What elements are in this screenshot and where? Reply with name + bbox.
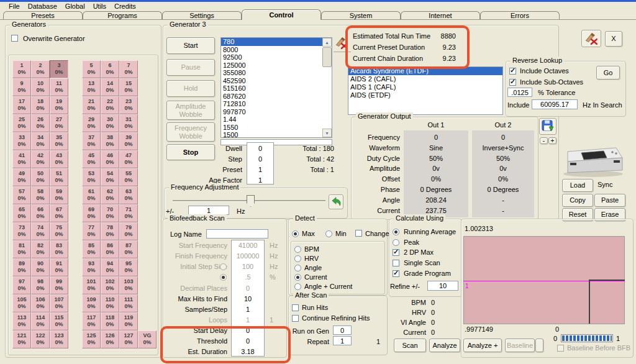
generator-cell-122[interactable]: 1220% — [31, 330, 50, 348]
generator-cell-91[interactable]: 910% — [50, 258, 68, 276]
initial-step-size-radio[interactable] — [220, 263, 227, 270]
calc-radio-peak[interactable] — [393, 239, 399, 246]
tab-errors[interactable]: Errors — [480, 11, 560, 19]
generator-cell-66[interactable]: 660% — [31, 204, 50, 222]
generator-cell-127[interactable]: 1270% — [119, 330, 138, 348]
generator-cell-35[interactable]: 350% — [50, 132, 68, 150]
overwrite-generator-checkbox[interactable] — [11, 35, 18, 42]
log-name-input[interactable] — [206, 229, 268, 239]
generator-cell-114[interactable]: 1140% — [31, 312, 50, 330]
detect-source-radio-hrv[interactable] — [294, 255, 301, 262]
scan-button[interactable]: Scan — [394, 339, 426, 352]
generator-cell-118[interactable]: 1180% — [101, 312, 119, 330]
generator-cell-41[interactable]: 410% — [12, 150, 31, 168]
generator-cell-109[interactable]: 1090% — [82, 294, 101, 312]
generator-cell-14[interactable]: 140% — [101, 78, 119, 96]
frequency-item[interactable]: 997870 — [221, 108, 323, 116]
generator-cell-119[interactable]: 1190% — [119, 312, 138, 330]
load-button[interactable]: Load — [562, 179, 593, 192]
generator-cell-87[interactable]: 870% — [119, 240, 138, 258]
refine-input[interactable]: 10 — [427, 281, 458, 291]
generator-cell-23[interactable]: 230% — [119, 96, 138, 114]
generator-cell-2[interactable]: 20% — [31, 60, 50, 78]
tab-control[interactable]: Control — [242, 9, 321, 20]
adjustment-value-input[interactable]: 1 — [188, 206, 229, 215]
generator-cell-101[interactable]: 1010% — [82, 276, 101, 294]
generator-cell-94[interactable]: 940% — [101, 258, 119, 276]
generator-cell-15[interactable]: 150% — [119, 78, 138, 96]
start-button[interactable]: Start — [166, 37, 215, 54]
frequency-item[interactable]: 780 — [221, 38, 323, 46]
frequency-item[interactable]: 687620 — [221, 93, 323, 101]
generator-cell-71[interactable]: 710% — [119, 204, 138, 222]
frequency-item[interactable]: 1.44 — [221, 116, 323, 124]
generator-cell-42[interactable]: 420% — [31, 150, 50, 168]
analyze-button[interactable]: Analyze — [429, 339, 460, 352]
generator-cell-115[interactable]: 1150% — [50, 312, 68, 330]
tolerance-input[interactable]: .0125 — [507, 88, 532, 97]
initial-step-size-radio[interactable] — [220, 274, 227, 281]
generator-cell-29[interactable]: 290% — [82, 114, 101, 132]
repeat-input[interactable]: 1 — [333, 336, 352, 345]
generator-cell-103[interactable]: 1030% — [119, 276, 138, 294]
generator-cell-VG[interactable]: VG0% — [138, 330, 157, 348]
menu-item-database[interactable]: Database — [28, 2, 57, 10]
calc-checkbox-single-scan[interactable] — [393, 260, 399, 266]
frequency-wobble-button[interactable]: Frequency Wobble — [166, 122, 215, 142]
run-on-gen-input[interactable]: 0 — [333, 325, 352, 335]
detect-source-radio-bpm[interactable] — [294, 246, 301, 253]
generator-cell-77[interactable]: 770% — [82, 222, 101, 240]
generator-cell-98[interactable]: 980% — [31, 276, 50, 294]
generator-cell-113[interactable]: 1130% — [12, 312, 31, 330]
frequency-item[interactable]: 125000 — [221, 61, 323, 70]
generator-cell-69[interactable]: 690% — [82, 204, 101, 222]
frequency-item[interactable]: 8000 — [221, 46, 323, 54]
frequency-item[interactable]: 1550 — [221, 124, 323, 132]
frequency-list-scroll-down[interactable]: ▼ — [322, 129, 332, 137]
generator-cell-99[interactable]: 990% — [50, 276, 68, 294]
calc-checkbox-grade-program[interactable] — [393, 270, 399, 277]
frequency-item[interactable]: 355080 — [221, 69, 323, 77]
frequency-item[interactable]: 712810 — [221, 100, 323, 108]
program-item[interactable]: AIDS 2 (CAFL) — [348, 75, 502, 83]
generator-cell-25[interactable]: 250% — [12, 114, 31, 132]
menu-item-file[interactable]: File — [9, 2, 20, 10]
bfb-row-value[interactable]: 0 — [232, 327, 263, 334]
generator-cell-63[interactable]: 630% — [119, 186, 138, 204]
generator-cell-27[interactable]: 270% — [50, 114, 68, 132]
generator-cell-5[interactable]: 50% — [82, 60, 101, 78]
generator-cell-97[interactable]: 970% — [12, 276, 31, 294]
change-checkbox[interactable] — [355, 230, 362, 237]
generator-cell-39[interactable]: 390% — [119, 132, 138, 150]
detect-mode-radio-max[interactable] — [292, 230, 299, 237]
generator-cell-126[interactable]: 1260% — [101, 330, 119, 348]
detect-source-radio-current[interactable] — [294, 274, 301, 281]
generator-cell-53[interactable]: 530% — [82, 168, 101, 186]
menu-item-global[interactable]: Global — [65, 2, 85, 10]
preset-value[interactable]: 1 — [247, 166, 274, 173]
baseline-before-bfb-checkbox[interactable] — [557, 345, 564, 352]
generator-cell-74[interactable]: 740% — [31, 222, 50, 240]
close-button[interactable]: X — [605, 31, 622, 47]
bfb-row-value[interactable]: 1 — [232, 306, 263, 313]
bfb-row-value[interactable]: 3.18 — [232, 348, 263, 355]
generator-cell-30[interactable]: 300% — [101, 114, 119, 132]
generator-cell-26[interactable]: 260% — [31, 114, 50, 132]
generator-cell-117[interactable]: 1170% — [82, 312, 101, 330]
frequency-item[interactable]: 515160 — [221, 84, 323, 93]
tab-system[interactable]: System — [321, 11, 401, 19]
generator-cell-17[interactable]: 170% — [12, 96, 31, 114]
after-scan-checkbox-continue-refining-hits[interactable] — [292, 315, 299, 322]
generator-cell-33[interactable]: 330% — [12, 132, 31, 150]
program-item[interactable]: AIDS (ETDF) — [348, 91, 502, 99]
generator-cell-3[interactable]: 30% — [50, 60, 68, 78]
frequency-item[interactable]: 452590 — [221, 77, 323, 85]
generator-cell-105[interactable]: 1050% — [12, 294, 31, 312]
generator-cell-51[interactable]: 510% — [50, 168, 68, 186]
generator-cell-121[interactable]: 1210% — [12, 330, 31, 348]
frequency-list-scroll-thumb[interactable] — [322, 47, 332, 67]
generator-cell-90[interactable]: 900% — [31, 258, 50, 276]
generator-cell-7[interactable]: 70% — [119, 60, 138, 78]
frequency-item[interactable]: 1500 — [221, 131, 323, 138]
save-settings-button[interactable] — [539, 118, 556, 135]
